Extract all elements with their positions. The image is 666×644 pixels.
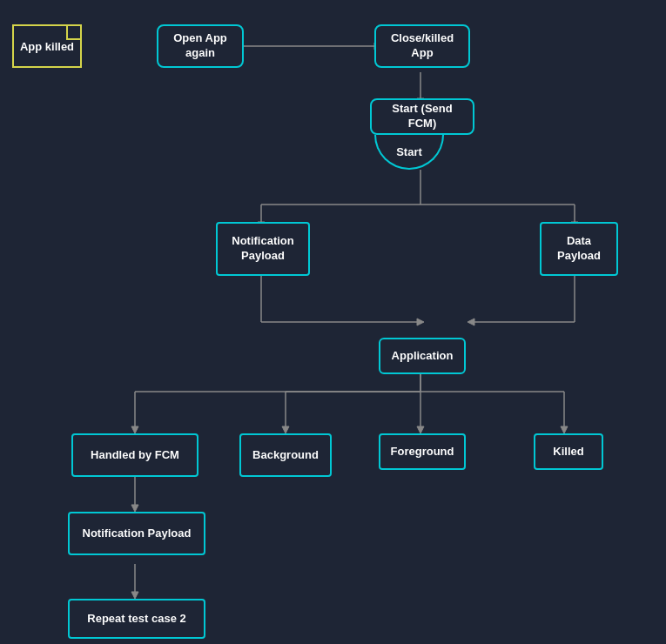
notification-payload-1-node: Notification Payload (216, 222, 310, 276)
killed-node: Killed (534, 433, 603, 470)
svg-marker-17 (468, 319, 474, 325)
diagram-container: App killed Open App again Close/killed A… (0, 0, 666, 644)
start-send-fcm-node: Start (Send FCM) (370, 98, 474, 135)
application-node: Application (379, 338, 466, 374)
notification-payload-2-node: Notification Payload (68, 512, 205, 555)
svg-marker-14 (417, 319, 424, 325)
app-killed-node: App killed (12, 24, 82, 68)
svg-marker-31 (131, 505, 138, 512)
svg-marker-21 (131, 426, 138, 433)
background-node: Background (239, 433, 332, 477)
repeat-test-case-2-node: Repeat test case 2 (68, 599, 205, 639)
svg-marker-24 (282, 426, 289, 433)
open-app-again-node: Open App again (157, 24, 244, 68)
svg-marker-29 (561, 426, 568, 433)
handled-by-fcm-node: Handled by FCM (71, 433, 198, 477)
close-killed-app-node: Close/killed App (374, 24, 470, 68)
data-payload-node: Data Payload (540, 222, 618, 276)
foreground-node: Foreground (379, 433, 466, 470)
start-circle-node: Start (374, 135, 444, 170)
svg-marker-33 (131, 592, 138, 599)
svg-marker-26 (417, 426, 424, 433)
